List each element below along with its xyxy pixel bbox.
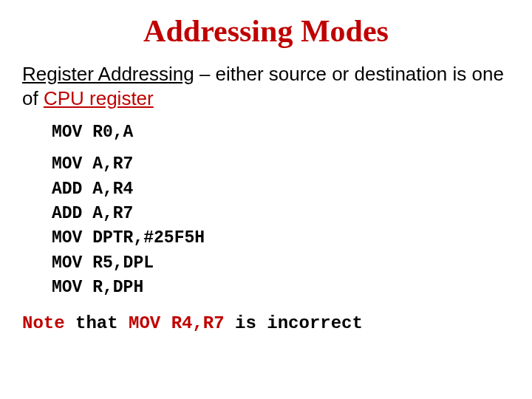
intro-paragraph: Register Addressing – either source or d… xyxy=(22,62,510,110)
code-block: MOV R0,A MOV A,R7 ADD A,R4 ADD A,R7 MOV … xyxy=(52,120,510,300)
note-keyword: Note xyxy=(22,313,65,333)
dash-separator: – xyxy=(194,63,216,85)
code-line-5: MOV R5,DPL xyxy=(52,251,510,276)
note-text-2: is incorrect xyxy=(225,313,363,333)
code-line-0: MOV R0,A xyxy=(52,120,510,145)
note-text-1: that xyxy=(65,313,129,333)
cpu-register-term: CPU register xyxy=(44,87,154,109)
code-line-1: MOV A,R7 xyxy=(52,152,510,177)
code-line-2: ADD A,R4 xyxy=(52,177,510,202)
note-bad-instruction: MOV R4,R7 xyxy=(129,313,225,333)
note-line: Note that MOV R4,R7 is incorrect xyxy=(22,313,510,333)
page-title: Addressing Modes xyxy=(22,13,510,49)
addressing-mode-name: Register Addressing xyxy=(22,63,194,85)
code-line-6: MOV R,DPH xyxy=(52,276,510,300)
code-line-3: ADD A,R7 xyxy=(52,202,510,226)
code-line-4: MOV DPTR,#25F5H xyxy=(52,226,510,250)
